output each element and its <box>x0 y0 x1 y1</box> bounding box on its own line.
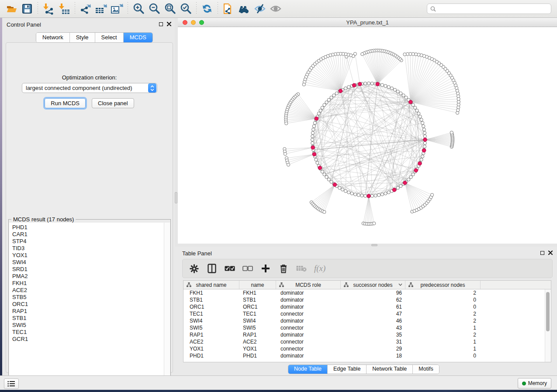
divider-grip[interactable] <box>175 192 177 203</box>
refresh-layout-icon[interactable] <box>199 1 215 16</box>
table-row[interactable]: SWI4SWI4dominator462 <box>183 317 551 324</box>
table-row[interactable]: RAP1RAP1dominator352 <box>183 331 551 338</box>
list-item[interactable]: STP4 <box>9 238 164 245</box>
network-canvas[interactable] <box>178 27 557 244</box>
save-session-icon[interactable] <box>19 1 35 16</box>
split-columns-icon[interactable] <box>207 263 217 274</box>
deselect-all-icon[interactable] <box>242 263 253 274</box>
tab-edge-table[interactable]: Edge Table <box>328 365 367 374</box>
column-header-successor-nodes[interactable]: successor nodes <box>341 281 405 289</box>
list-item[interactable]: SWI4 <box>9 259 164 266</box>
search-input[interactable] <box>438 5 551 13</box>
column-header-name[interactable]: name <box>239 281 276 289</box>
hide-selected-eye-icon[interactable] <box>252 1 268 16</box>
table-row[interactable]: FKH1FKH1dominator962 <box>183 289 551 296</box>
tab-network-table[interactable]: Network Table <box>367 365 413 374</box>
list-item[interactable]: CAR1 <box>9 231 164 238</box>
table-cell: RAP1 <box>183 331 239 338</box>
float-panel-icon[interactable] <box>159 22 163 26</box>
table-row[interactable]: ACE2ACE2connector311 <box>183 338 551 345</box>
table-row[interactable]: TEC1TEC1connector472 <box>183 310 551 317</box>
gear-icon[interactable] <box>189 263 199 274</box>
search-binoculars-icon[interactable] <box>236 1 252 16</box>
import-table-icon[interactable] <box>56 1 72 16</box>
zoom-selected-icon[interactable] <box>178 1 194 16</box>
main-toolbar <box>0 0 557 18</box>
horizontal-split-divider[interactable] <box>175 244 557 247</box>
zoom-in-icon[interactable] <box>131 1 146 16</box>
list-item[interactable]: ORC1 <box>9 301 164 308</box>
show-eye-icon[interactable] <box>268 1 284 16</box>
memory-button[interactable]: Memory <box>518 378 551 389</box>
list-item[interactable]: SRD1 <box>9 266 164 273</box>
list-item[interactable]: TEC1 <box>9 329 164 336</box>
add-column-icon[interactable] <box>260 263 271 274</box>
table-cell: STB1 <box>239 296 276 303</box>
list-item[interactable]: TID3 <box>9 245 164 252</box>
zoom-fit-icon[interactable] <box>162 1 178 16</box>
table-scrollbar[interactable] <box>545 289 551 362</box>
network-window-titlebar[interactable]: YPA_prune.txt_1 <box>178 18 557 27</box>
mcds-result-list[interactable]: PHD1CAR1STP4TID3YOX1SWI4SRD1PMA2FKH1ACE2… <box>9 223 164 380</box>
optimization-criterion-select[interactable]: largest connected component (undirected) <box>22 83 157 93</box>
table-row[interactable]: SWI5SWI5connector431 <box>183 324 551 331</box>
table-cell: connector <box>276 310 341 317</box>
export-image-icon[interactable] <box>109 1 125 16</box>
close-panel-icon[interactable] <box>548 251 553 255</box>
close-panel-button[interactable]: Close panel <box>92 98 134 108</box>
list-item[interactable]: ACE2 <box>9 287 164 294</box>
table-cell: 47 <box>341 310 405 317</box>
list-item[interactable]: GCR1 <box>9 336 164 343</box>
list-item[interactable]: FKH1 <box>9 280 164 287</box>
zoom-out-icon[interactable] <box>146 1 162 16</box>
task-history-button[interactable] <box>4 378 19 389</box>
select-all-icon[interactable] <box>225 263 235 274</box>
list-item[interactable]: PHD1 <box>9 224 164 231</box>
search-field[interactable] <box>427 3 551 14</box>
table-cell: SWI4 <box>239 317 276 324</box>
list-icon <box>7 381 15 387</box>
float-panel-icon[interactable] <box>540 251 544 255</box>
list-item[interactable]: SWI5 <box>9 322 164 329</box>
list-item[interactable]: STB5 <box>9 294 164 301</box>
list-item[interactable]: YOX1 <box>9 252 164 259</box>
share-document-icon[interactable] <box>221 1 236 16</box>
table-row[interactable]: PHD1PHD1dominator180 <box>183 352 551 359</box>
table-cell: 2 <box>405 289 481 296</box>
tab-style[interactable]: Style <box>70 33 95 42</box>
open-file-icon[interactable] <box>3 1 19 16</box>
export-table-icon[interactable] <box>93 1 109 16</box>
table-cell: PHD1 <box>183 352 239 359</box>
list-item[interactable]: RAP1 <box>9 308 164 315</box>
hierarchy-icon <box>279 282 284 287</box>
delete-column-icon[interactable] <box>278 263 289 274</box>
table-cell: dominator <box>276 331 341 338</box>
table-cell: TEC1 <box>183 310 239 317</box>
vertical-split-divider[interactable] <box>175 18 178 244</box>
table-row[interactable]: YOX1YOX1connector291 <box>183 345 551 352</box>
table-row[interactable]: STB1STB1dominator620 <box>183 296 551 303</box>
table-cell: SWI5 <box>183 324 239 331</box>
export-network-icon[interactable] <box>78 1 93 16</box>
mcds-list-scrollbar[interactable] <box>164 223 170 380</box>
scrollbar-thumb[interactable] <box>546 292 550 331</box>
tab-mcds[interactable]: MCDS <box>124 33 152 42</box>
tab-motifs[interactable]: Motifs <box>413 365 439 374</box>
divider-grip[interactable] <box>371 244 377 246</box>
mcds-result-group: MCDS result (17 nodes) PHD1CAR1STP4TID3Y… <box>8 219 171 382</box>
close-panel-icon[interactable] <box>167 22 171 26</box>
tab-select[interactable]: Select <box>95 33 124 42</box>
tab-network[interactable]: Network <box>36 33 70 42</box>
network-svg[interactable] <box>178 27 557 244</box>
list-item[interactable]: STB1 <box>9 315 164 322</box>
column-header-mcds-role[interactable]: MCDS role <box>276 281 341 289</box>
column-header-predecessor-nodes[interactable]: predecessor nodes <box>405 281 481 289</box>
column-header-shared-name[interactable]: shared name <box>183 281 239 289</box>
import-network-icon[interactable] <box>41 1 56 16</box>
table-cell: 46 <box>341 317 405 324</box>
table-row[interactable]: ORC1ORC1dominator610 <box>183 303 551 310</box>
run-mcds-button[interactable]: Run MCDS <box>45 98 86 108</box>
sort-chevron-icon <box>398 283 402 286</box>
list-item[interactable]: PMA2 <box>9 273 164 280</box>
tab-node-table[interactable]: Node Table <box>288 365 328 374</box>
